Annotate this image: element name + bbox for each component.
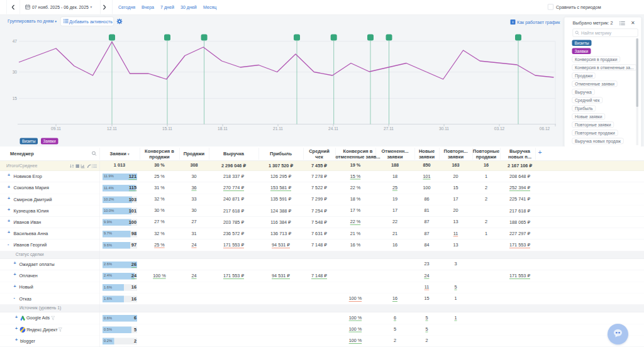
svg-text:27.11: 27.11 xyxy=(384,126,394,131)
svg-text:03.12: 03.12 xyxy=(494,126,505,131)
svg-text:21.11: 21.11 xyxy=(273,126,283,131)
svg-text:18.11: 18.11 xyxy=(218,126,228,131)
svg-text:30.11: 30.11 xyxy=(439,126,449,131)
svg-text:15: 15 xyxy=(13,96,18,101)
svg-text:15.11: 15.11 xyxy=(162,126,172,131)
svg-text:24.11: 24.11 xyxy=(328,126,338,131)
svg-text:09.11: 09.11 xyxy=(51,126,61,131)
svg-text:30: 30 xyxy=(13,70,18,74)
svg-text:06.12: 06.12 xyxy=(540,126,550,131)
svg-text:12.11: 12.11 xyxy=(107,126,117,131)
svg-text:47: 47 xyxy=(13,39,18,43)
